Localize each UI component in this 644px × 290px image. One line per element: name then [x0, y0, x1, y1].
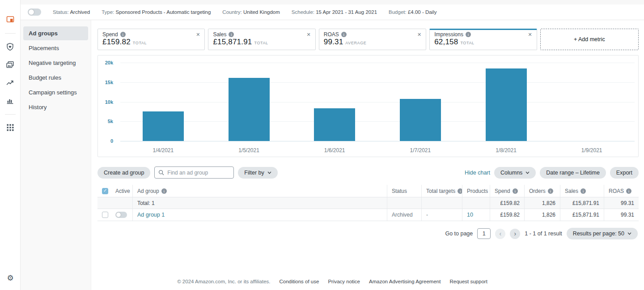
previous-page-button[interactable]: ‹	[495, 229, 505, 239]
search-input[interactable]	[154, 166, 234, 179]
sidebar-item-negative-targeting[interactable]: Negative targeting	[23, 56, 88, 70]
row-products-link[interactable]: 10	[467, 212, 473, 218]
columns-button[interactable]: Columns	[494, 167, 536, 179]
bar-slot	[120, 63, 206, 141]
total-roas: 99.31	[604, 197, 639, 209]
sidebar-item-placements[interactable]: Placements	[23, 41, 88, 55]
x-tick-label: 1/8/2021	[463, 147, 549, 154]
metric-card-spend[interactable]: Spend✕ £159.82TOTAL	[97, 29, 205, 50]
footer-link-conditions-of-use[interactable]: Conditions of use	[280, 279, 319, 284]
y-tick-label: 15k	[105, 80, 113, 85]
close-icon[interactable]: ✕	[417, 32, 421, 37]
info-icon[interactable]	[229, 32, 234, 37]
metric-card-roas[interactable]: ROAS✕ 99.31AVERAGE	[319, 29, 426, 50]
row-status: Archived	[387, 209, 421, 221]
table-controls: Create ad group Filter by Hide chart Col…	[97, 166, 639, 179]
row-spend: £159.82	[490, 209, 524, 221]
x-tick-label: 1/4/2021	[120, 147, 206, 154]
go-to-page-label: Go to page	[445, 230, 473, 237]
sidebar-item-history[interactable]: History	[23, 100, 88, 114]
metric-unit: TOTAL	[254, 41, 268, 45]
info-icon[interactable]	[580, 188, 586, 194]
add-metric-button[interactable]: + Add metric	[540, 29, 639, 50]
campaign-meta-bar: Status: Archived Type: Sponsored Product…	[21, 4, 644, 20]
x-tick-label: 1/7/2021	[377, 147, 463, 154]
metric-unit: AVERAGE	[345, 41, 366, 45]
page-number-input[interactable]	[477, 228, 491, 239]
rail-divider	[5, 33, 16, 34]
chevron-down-icon	[525, 171, 530, 174]
footer-link-amazon-advertising-agreement[interactable]: Amazon Advertising Agreement	[369, 279, 441, 284]
date-range-button[interactable]: Date range – Lifetime	[540, 167, 606, 179]
ad-groups-table: Active Ad group Status Total targets Pro…	[97, 185, 639, 221]
metric-label: ROAS	[324, 31, 339, 38]
campaign-status-toggle[interactable]	[28, 9, 41, 16]
header-products: Products	[462, 185, 490, 197]
info-icon[interactable]	[341, 32, 347, 37]
chart-bar[interactable]	[143, 111, 184, 141]
info-icon[interactable]	[120, 32, 126, 37]
next-page-button[interactable]: ›	[510, 229, 520, 239]
y-tick-label: 20k	[105, 60, 113, 65]
metric-label: Sales	[213, 31, 226, 38]
bar-slot	[206, 63, 292, 141]
sidebar-item-budget-rules[interactable]: Budget rules	[23, 71, 88, 85]
row-active-toggle[interactable]	[115, 212, 127, 218]
row-sales: £15,871.91	[560, 209, 604, 221]
chevron-down-icon	[627, 232, 631, 235]
footer-link-request-support[interactable]: Request support	[449, 279, 487, 284]
ad-group-link[interactable]: Ad group 1	[137, 212, 165, 218]
info-icon[interactable]	[466, 32, 471, 37]
total-spend: £159.82	[490, 197, 524, 209]
campaign-card-icon[interactable]	[5, 14, 15, 24]
info-icon[interactable]	[626, 188, 631, 194]
info-icon[interactable]	[161, 188, 167, 194]
close-icon[interactable]: ✕	[307, 32, 311, 37]
chart-bar[interactable]	[486, 68, 527, 141]
info-icon[interactable]	[513, 188, 518, 194]
close-icon[interactable]: ✕	[528, 32, 532, 37]
apps-grid-icon[interactable]	[5, 123, 15, 132]
sidebar-item-ad-groups[interactable]: Ad groups	[23, 26, 88, 40]
results-per-page-button[interactable]: Results per page: 50	[567, 228, 638, 239]
create-ad-group-button[interactable]: Create ad group	[97, 167, 150, 179]
header-roas: ROAS	[604, 185, 639, 197]
chart-bar[interactable]	[229, 78, 270, 141]
trending-insights-icon[interactable]	[5, 77, 15, 87]
row-roas: 99.31	[604, 209, 639, 221]
header-spend: Spend	[490, 185, 524, 197]
info-icon[interactable]	[458, 188, 462, 194]
shield-heart-icon[interactable]	[5, 42, 15, 51]
y-tick-label: 5k	[108, 119, 113, 124]
table-header-row: Active Ad group Status Total targets Pro…	[97, 185, 639, 197]
settings-gear-icon[interactable]: ⚙	[0, 273, 21, 283]
table-controls-right: Hide chart Columns Date range – Lifetime…	[465, 167, 639, 179]
header-orders: Orders	[524, 185, 560, 197]
row-total-targets: -	[421, 209, 462, 221]
chart-bar[interactable]	[400, 99, 441, 141]
info-icon[interactable]	[548, 188, 553, 194]
x-tick-label: 1/6/2021	[292, 147, 377, 154]
footer-links: Conditions of usePrivacy noticeAmazon Ad…	[280, 279, 487, 284]
filter-by-button[interactable]: Filter by	[238, 167, 277, 179]
row-checkbox[interactable]	[102, 212, 108, 218]
metric-card-sales[interactable]: Sales✕ £15,871.91TOTAL	[208, 29, 315, 50]
metric-label: Impressions	[434, 31, 463, 38]
footer-link-privacy-notice[interactable]: Privacy notice	[328, 279, 360, 284]
hide-chart-link[interactable]: Hide chart	[465, 170, 490, 176]
chart-bar[interactable]	[314, 108, 355, 141]
header-total-targets: Total targets	[421, 185, 462, 197]
header-ad-group: Ad group	[132, 185, 387, 197]
bar-slot	[549, 63, 635, 141]
select-all-checkbox[interactable]	[102, 188, 108, 194]
header-select-all-cell	[97, 185, 111, 197]
close-icon[interactable]: ✕	[196, 32, 200, 37]
metric-card-impressions[interactable]: Impressions✕ 62,158TOTAL	[429, 29, 537, 50]
campaign-status: Status: Archived	[53, 9, 90, 15]
table-row: Ad group 1 Archived - 10 £159.82 1,826 £…	[97, 209, 639, 221]
pagination-range-text: 1 - 1 of 1 result	[525, 230, 562, 237]
creative-images-icon[interactable]	[5, 60, 15, 69]
bar-chart-reports-icon[interactable]	[5, 95, 15, 105]
sidebar-item-campaign-settings[interactable]: Campaign settings	[23, 85, 88, 99]
export-button[interactable]: Export	[610, 167, 639, 179]
